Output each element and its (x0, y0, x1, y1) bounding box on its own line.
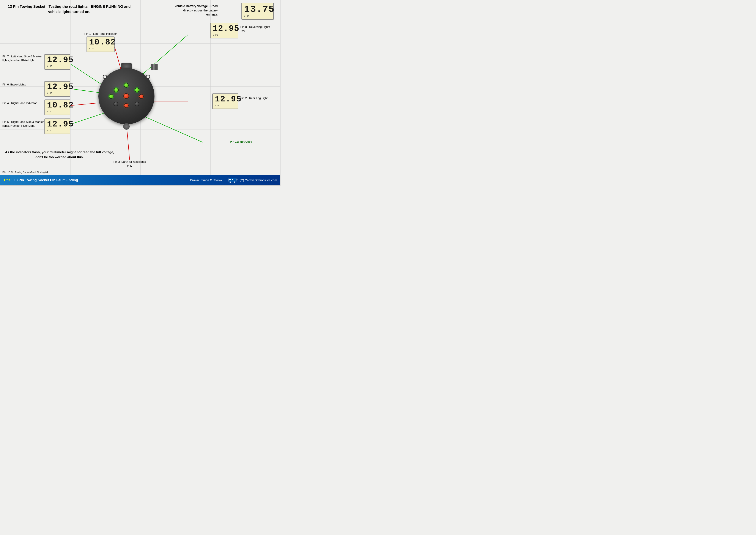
file-label: File: 13 Pin Towing Socket-Fault Finding… (2, 171, 48, 174)
pin8-unit: V DC (213, 34, 218, 36)
lcd-battery: 13.75 V DC (241, 3, 274, 20)
pin8-label: Pin 8 : Reversing Lights +Ve (240, 25, 274, 33)
pin3-label: Pin 3: Earth for road lights only (112, 160, 147, 168)
pin-hole-lower-center (124, 103, 129, 108)
pin-hole-top (124, 83, 129, 88)
mount-hole-left (103, 75, 107, 79)
note-text: As the indicators flash, your multimeter… (5, 150, 115, 159)
lcd-pin1: 10.82 V DC (87, 37, 115, 52)
pin4-unit: V DC (47, 110, 52, 113)
battery-unit: V DC (244, 15, 249, 17)
pin2-unit: V DC (215, 104, 220, 107)
battery-label: Vehicle Battery Voltage - Read directly … (170, 4, 218, 17)
copyright-text: (C) CaravanChronicles.com (240, 179, 277, 182)
pin-hole-upper-right (135, 88, 139, 92)
pin2-value: 12.95 (215, 95, 236, 103)
pin7-value: 12.95 (47, 56, 68, 64)
connector-nub (123, 123, 130, 130)
svg-rect-18 (230, 179, 231, 180)
pin5-label: Pin 5 : Right Hand Side & Marker lights,… (2, 120, 45, 128)
pin-hole-upper-left (114, 88, 119, 92)
pin5-value: 12.95 (47, 120, 68, 128)
pin8-value: 12.95 (213, 25, 236, 33)
pin4-value: 10.82 (47, 101, 68, 109)
pin6-unit: V DC (47, 92, 52, 95)
footer-drawn: Drawn: Simon P Barlow (190, 179, 222, 182)
connector (93, 63, 160, 130)
lcd-pin5: 12.95 V DC (44, 119, 70, 134)
footer-title-label: Title: (3, 178, 12, 182)
pin7-label: Pin 7 : Left Hand Side & Marker lights, … (2, 55, 42, 62)
lcd-pin7: 12.95 V DC (44, 54, 70, 70)
pin6-label: Pin 6: Brake Lights (2, 83, 26, 87)
footer-title: 13 Pin Towing Socket Pin Fault Finding (14, 178, 78, 182)
header-title: 13 Pin Towing Socket - Testing the road … (7, 4, 132, 14)
pin1-unit: V DC (89, 47, 94, 50)
pin12-label: Pin 12: Not Used (230, 140, 252, 143)
pin2-label: Pin 2 : Rear Fog Light (240, 96, 274, 100)
pin-hole-lower-left (114, 102, 118, 106)
svg-point-23 (230, 182, 230, 183)
footer-logo: (C) CaravanChronicles.com (228, 177, 277, 183)
svg-point-24 (234, 182, 235, 183)
pin1-label: Pin 1 : Left Hand Indicator (84, 32, 117, 35)
lcd-pin8: 12.95 V DC (210, 23, 238, 39)
pin6-value: 12.95 (47, 83, 68, 91)
connector-body (98, 68, 154, 124)
lcd-pin4: 10.82 V DC (44, 99, 70, 115)
pin4-label: Pin 4 : Right Hand Indicator (2, 101, 42, 105)
pin-hole-lower-right (135, 102, 139, 106)
pin-hole-mid-left (109, 94, 114, 99)
battery-value: 13.75 (244, 5, 271, 14)
pin5-unit: V DC (47, 129, 52, 132)
connector-spring (150, 64, 158, 70)
pin-hole-center (123, 93, 129, 99)
lcd-pin6: 12.95 V DC (44, 81, 70, 97)
footer-right: Drawn: Simon P Barlow (C) CaravanChronic… (190, 177, 277, 183)
footer-bar: Title: 13 Pin Towing Socket Pin Fault Fi… (0, 175, 280, 185)
pin-hole-mid-right (139, 94, 144, 99)
caravan-icon (228, 177, 238, 183)
pin7-unit: V DC (47, 65, 52, 68)
svg-rect-19 (232, 179, 233, 180)
mount-hole-right (146, 75, 150, 79)
main-content: 13 Pin Towing Socket - Testing the road … (0, 0, 281, 185)
lcd-pin2: 12.95 V DC (212, 94, 238, 109)
pin1-value: 10.82 (89, 38, 112, 46)
